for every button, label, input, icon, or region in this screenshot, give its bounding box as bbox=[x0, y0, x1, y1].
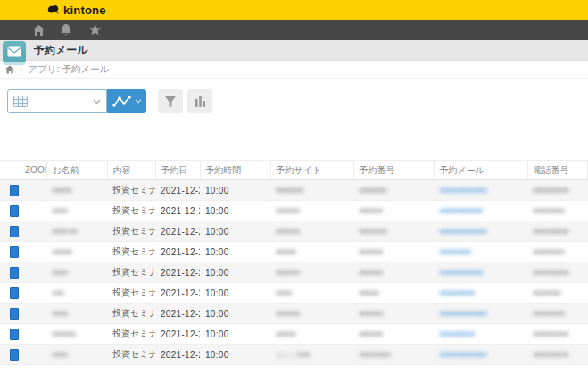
cell-zoom bbox=[20, 345, 46, 365]
table-row[interactable]: ●●●●投資セミナー2021-12-2510:00●●●●●●●●●●●●●●●… bbox=[0, 304, 588, 324]
record-document-icon[interactable] bbox=[10, 185, 19, 196]
table-row[interactable]: ●●●●●投資セミナー2021-12-2510:00●●●●●●●●●●●●●●… bbox=[0, 180, 588, 201]
cell-date: 2021-12-25 bbox=[155, 345, 200, 365]
cell-content: 投資セミナー bbox=[107, 262, 155, 283]
record-document-icon[interactable] bbox=[10, 308, 19, 320]
cell-phone: ●●●●●●●●● bbox=[527, 221, 588, 242]
filter-button[interactable] bbox=[158, 89, 183, 113]
cell-email[interactable]: ●●●●●●●●● bbox=[434, 283, 527, 304]
record-document-icon[interactable] bbox=[10, 329, 19, 340]
record-link-cell[interactable] bbox=[0, 180, 20, 201]
breadcrumb-app-link[interactable]: アプリ: 予約メール bbox=[28, 63, 109, 76]
column-header: 予約時間 bbox=[200, 161, 270, 180]
record-link-cell[interactable] bbox=[0, 262, 20, 283]
home-icon[interactable] bbox=[31, 23, 46, 37]
cell-time: 10:00 bbox=[200, 283, 270, 304]
cell-email[interactable]: ●●●●●●●●●●●● bbox=[434, 304, 527, 324]
table-row[interactable]: ●●●投資セミナー2021-12-2510:00●●●●●●●●●●●●●●●●… bbox=[0, 283, 588, 304]
table-row[interactable]: ●●●● ●●投資セミナー2021-12-2510:00●●●●●●●●●●●●… bbox=[0, 221, 588, 242]
cell-phone: ●●●●●●●● bbox=[527, 304, 588, 324]
table-row[interactable]: ●●●●投資セミナー2021-12-2510:00●●●●●●●●●●●●●●●… bbox=[0, 201, 588, 221]
chevron-down-icon bbox=[135, 99, 142, 104]
column-header: 予約サイト bbox=[270, 161, 353, 180]
funnel-icon bbox=[164, 96, 177, 108]
record-document-icon[interactable] bbox=[10, 205, 19, 217]
cell-email[interactable]: ●●●●●●●●●●● bbox=[434, 201, 527, 221]
cell-zoom bbox=[20, 304, 46, 324]
cell-email[interactable]: ●●●●●●●● bbox=[434, 242, 527, 262]
bell-icon[interactable] bbox=[59, 23, 73, 37]
cell-site: ●●●● bbox=[270, 283, 353, 304]
cell-email[interactable]: ●●●●●●●●●●●● bbox=[434, 180, 527, 201]
cell-time: 10:00 bbox=[200, 242, 270, 262]
cell-email[interactable]: ●●●●●●●●●●● bbox=[434, 262, 527, 283]
cell-name: ●●●●● bbox=[46, 242, 107, 262]
view-selector[interactable] bbox=[7, 89, 107, 113]
cell-zoom bbox=[20, 242, 46, 262]
table-row[interactable]: ●●●●●投資セミナー2021-12-2510:00●●●●●●●●●●●●●●… bbox=[0, 242, 588, 262]
table-row[interactable]: ●●●●●●投資セミナー2021-12-2510:00●●●●●●●●●●●●●… bbox=[0, 324, 588, 345]
cell-content: 投資セミナー bbox=[107, 324, 155, 345]
breadcrumb: › アプリ: 予約メール bbox=[0, 61, 588, 79]
column-header bbox=[0, 161, 20, 180]
cell-site: ●●●●● bbox=[270, 324, 353, 345]
breadcrumb-home-icon[interactable] bbox=[5, 65, 14, 74]
cell-time: 10:00 bbox=[200, 262, 270, 283]
column-header: お名前 bbox=[46, 161, 107, 180]
cell-name: ●●● bbox=[46, 283, 107, 304]
record-link-cell[interactable] bbox=[0, 345, 20, 365]
kintone-logo[interactable]: kintone bbox=[46, 4, 106, 17]
cell-content: 投資セミナー bbox=[107, 283, 155, 304]
column-header: 予約日 bbox=[155, 161, 200, 180]
global-navbar bbox=[0, 20, 588, 40]
cell-date: 2021-12-25 bbox=[155, 201, 200, 221]
brand-bar: kintone bbox=[0, 0, 588, 20]
cell-name: ●●●● bbox=[46, 201, 107, 221]
cell-number: ●●●●●●●● bbox=[353, 345, 434, 365]
mail-icon[interactable] bbox=[3, 41, 26, 62]
cell-name: ●●●●● bbox=[46, 180, 107, 201]
record-link-cell[interactable] bbox=[0, 242, 20, 262]
cell-zoom bbox=[20, 262, 46, 283]
cell-time: 10:00 bbox=[200, 201, 270, 221]
column-header: 電話番号 bbox=[527, 161, 588, 180]
cell-date: 2021-12-25 bbox=[155, 221, 200, 242]
cell-site: エンジ●●● bbox=[270, 345, 353, 365]
record-link-cell[interactable] bbox=[0, 221, 20, 242]
table-header: ZOOMお名前内容予約日予約時間予約サイト予約番号予約メール電話番号 bbox=[0, 161, 588, 180]
cell-name: ●●●● bbox=[46, 262, 107, 283]
cell-zoom bbox=[20, 221, 46, 242]
cell-content: 投資セミナー bbox=[107, 345, 155, 365]
cell-site: ●●●●●● bbox=[270, 262, 353, 283]
cell-email[interactable]: ●●●●●●●●●●●● bbox=[434, 345, 527, 365]
cell-phone: ●●●●●●●● bbox=[527, 242, 588, 262]
cell-phone: ●●●●●●●● bbox=[527, 201, 588, 221]
record-document-icon[interactable] bbox=[10, 349, 19, 361]
record-link-cell[interactable] bbox=[0, 324, 20, 345]
cell-phone: ●●●●●●●●● bbox=[527, 345, 588, 365]
cell-phone: ●●●●●●● bbox=[527, 283, 588, 304]
chart-button[interactable] bbox=[187, 89, 212, 113]
record-document-icon[interactable] bbox=[10, 226, 19, 237]
cell-date: 2021-12-25 bbox=[155, 324, 200, 345]
table-row[interactable]: ●●●●投資セミナー2021-12-2510:00●●●●●●●●●●●●●●●… bbox=[0, 262, 588, 283]
cell-email[interactable]: ●●●●●●●●● bbox=[434, 324, 527, 345]
table-row[interactable]: ●●●●投資セミナー2021-12-2510:00エンジ●●●●●●●●●●●●… bbox=[0, 345, 588, 365]
graph-menu-button[interactable] bbox=[107, 89, 146, 113]
cell-name: ●●●● ●● bbox=[46, 221, 107, 242]
record-link-cell[interactable] bbox=[0, 283, 20, 304]
record-document-icon[interactable] bbox=[10, 246, 19, 258]
breadcrumb-separator-icon: › bbox=[20, 64, 22, 74]
record-document-icon[interactable] bbox=[10, 287, 19, 299]
star-icon[interactable] bbox=[87, 23, 102, 37]
cell-site: ●●●●●● bbox=[270, 201, 353, 221]
record-document-icon[interactable] bbox=[10, 267, 19, 279]
table-view-icon bbox=[13, 96, 28, 107]
hamburger-icon[interactable] bbox=[6, 23, 20, 37]
app-header: 予約メール bbox=[0, 40, 588, 61]
record-link-cell[interactable] bbox=[0, 201, 20, 221]
cell-zoom bbox=[20, 324, 46, 345]
record-link-cell[interactable] bbox=[0, 304, 20, 324]
cell-email[interactable]: ●●●●●●●●●●●● bbox=[434, 221, 527, 242]
kintone-logo-icon bbox=[46, 4, 60, 15]
